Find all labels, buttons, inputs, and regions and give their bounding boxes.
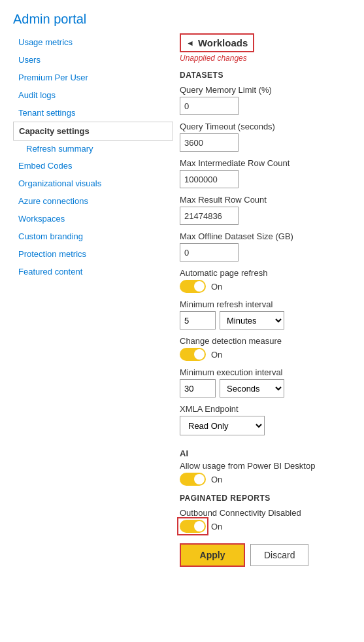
query-timeout-label: Query Timeout (seconds) (180, 122, 354, 131)
auto-page-refresh-row: On (180, 280, 354, 293)
auto-page-refresh-toggle[interactable] (180, 280, 206, 293)
max-offline-dataset-input[interactable] (180, 243, 239, 262)
max-intermediate-row-input[interactable] (180, 170, 239, 188)
sidebar-item-protection-metrics[interactable]: Protection metrics (13, 245, 173, 263)
max-result-row-input[interactable] (180, 207, 239, 225)
sidebar-item-audit-logs[interactable]: Audit logs (13, 86, 173, 104)
min-execution-interval-unit-select[interactable]: Seconds Minutes (220, 379, 284, 397)
workloads-header[interactable]: ◄ Workloads (180, 33, 254, 52)
sidebar-item-refresh-summary[interactable]: Refresh summary (13, 141, 173, 157)
xmla-endpoint-select[interactable]: Off Read Only Read Write (180, 416, 265, 435)
sidebar-item-users[interactable]: Users (13, 51, 173, 69)
ai-toggle[interactable] (180, 473, 206, 486)
sidebar-item-workspaces[interactable]: Workspaces (13, 210, 173, 228)
sidebar-item-custom-branding[interactable]: Custom branding (13, 228, 173, 245)
min-refresh-interval-unit-select[interactable]: Minutes Seconds (220, 311, 284, 329)
max-offline-dataset-field: Max Offline Dataset Size (GB) (180, 231, 354, 262)
sidebar-item-embed-codes[interactable]: Embed Codes (13, 157, 173, 175)
sidebar-item-organizational-visuals[interactable]: Organizational visuals (13, 175, 173, 192)
change-detection-label: Change detection measure (180, 336, 354, 346)
min-execution-interval-input[interactable] (180, 379, 216, 397)
outbound-connectivity-toggle[interactable] (180, 520, 206, 533)
query-timeout-field: Query Timeout (seconds) (180, 122, 354, 152)
query-timeout-input[interactable] (180, 133, 239, 152)
sidebar-item-usage-metrics[interactable]: Usage metrics (13, 33, 173, 51)
change-detection-toggle-text: On (211, 350, 222, 360)
sidebar-item-featured-content[interactable]: Featured content (13, 263, 173, 280)
main-content: ◄ Workloads Unapplied changes DATASETS Q… (173, 33, 364, 567)
apply-button[interactable]: Apply (180, 543, 245, 567)
discard-button[interactable]: Discard (250, 544, 308, 566)
sidebar-item-capacity-settings[interactable]: Capacity settings (13, 122, 173, 141)
max-result-row-label: Max Result Row Count (180, 195, 354, 205)
ai-toggle-text: On (211, 475, 222, 484)
datasets-section-label: DATASETS (180, 71, 354, 80)
admin-header: Admin portal (0, 0, 364, 33)
max-result-row-field: Max Result Row Count (180, 195, 354, 225)
min-refresh-interval-label: Minimum refresh interval (180, 299, 354, 309)
query-memory-limit-field: Query Memory Limit (%) (180, 85, 354, 115)
ai-section-label: AI (180, 448, 354, 458)
ai-toggle-row: On (180, 473, 354, 486)
max-offline-dataset-label: Max Offline Dataset Size (GB) (180, 231, 354, 241)
min-refresh-interval-input[interactable] (180, 311, 216, 329)
min-execution-interval-label: Minimum execution interval (180, 367, 354, 377)
max-intermediate-row-field: Max Intermediate Row Count (180, 158, 354, 188)
change-detection-toggle[interactable] (180, 348, 206, 361)
change-detection-row: On (180, 348, 354, 361)
allow-usage-label: Allow usage from Power BI Desktop (180, 461, 354, 471)
outbound-connectivity-toggle-text: On (211, 522, 222, 532)
workloads-arrow: ◄ (186, 39, 194, 48)
action-buttons: Apply Discard (180, 543, 354, 567)
main-layout: Usage metricsUsersPremium Per UserAudit … (0, 33, 364, 580)
auto-page-refresh-label: Automatic page refresh (180, 268, 354, 278)
paginated-reports-label: PAGINATED REPORTS (180, 494, 354, 503)
outbound-toggle-row: On (180, 520, 354, 533)
min-execution-interval-row: Seconds Minutes (180, 379, 354, 397)
xmla-endpoint-label: XMLA Endpoint (180, 404, 354, 414)
xmla-endpoint-field: Off Read Only Read Write (180, 416, 354, 442)
sidebar: Usage metricsUsersPremium Per UserAudit … (0, 33, 173, 567)
page-title: Admin portal (13, 12, 351, 27)
min-refresh-interval-row: Minutes Seconds (180, 311, 354, 329)
unapplied-changes-text: Unapplied changes (180, 54, 354, 63)
workloads-title: Workloads (198, 37, 248, 48)
sidebar-item-premium-per-user[interactable]: Premium Per User (13, 69, 173, 86)
outbound-connectivity-label: Outbound Connectivity Disabled (180, 508, 354, 518)
sidebar-item-tenant-settings[interactable]: Tenant settings (13, 104, 173, 122)
max-intermediate-row-label: Max Intermediate Row Count (180, 158, 354, 168)
auto-page-refresh-toggle-text: On (211, 282, 222, 292)
sidebar-item-azure-connections[interactable]: Azure connections (13, 192, 173, 210)
query-memory-limit-input[interactable] (180, 97, 239, 115)
query-memory-limit-label: Query Memory Limit (%) (180, 85, 354, 95)
